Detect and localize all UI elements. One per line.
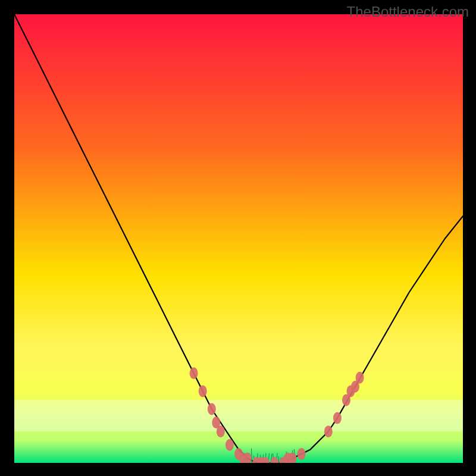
marker-point xyxy=(333,412,342,424)
marker-point xyxy=(190,367,198,379)
gradient-background xyxy=(14,14,463,463)
marker-point xyxy=(356,372,364,384)
marker-point xyxy=(226,439,234,451)
plot-area xyxy=(14,14,463,463)
marker-point xyxy=(324,425,333,437)
marker-point xyxy=(298,448,306,460)
marker-point xyxy=(217,425,225,437)
marker-point xyxy=(199,385,207,397)
marker-point xyxy=(208,403,216,415)
chart-svg xyxy=(14,14,463,463)
chart-container: TheBottleneck.com xyxy=(0,0,476,476)
watermark-text: TheBottleneck.com xyxy=(347,4,469,20)
highlight-band xyxy=(14,400,463,431)
